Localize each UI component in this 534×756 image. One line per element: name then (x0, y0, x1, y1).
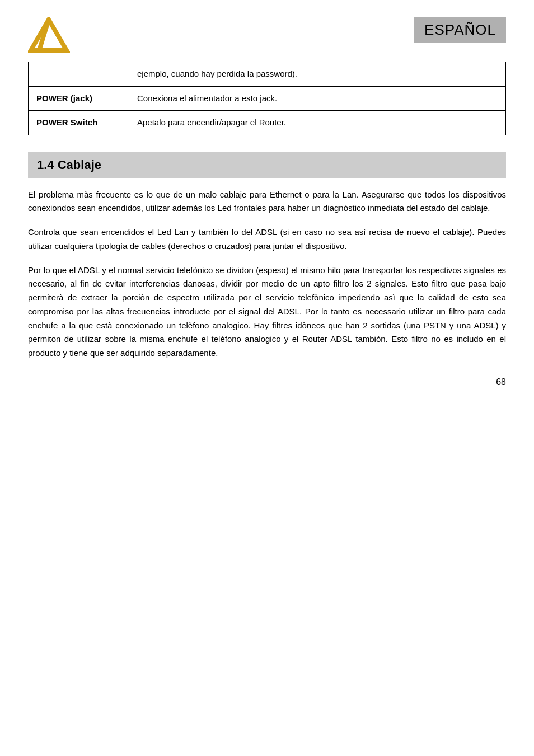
page-header: ESPAÑOL (28, 17, 506, 56)
row-description: Conexiona el alimentador a esto jack. (129, 86, 506, 111)
section-title-text: Cablaje (58, 158, 101, 172)
logo-icon (28, 17, 70, 53)
features-table: ejemplo, cuando hay perdida la password)… (28, 62, 506, 135)
paragraph-3: Por lo que el ADSL y el normal servicio … (28, 264, 506, 360)
row-description: Apetalo para encendir/apagar el Router. (129, 111, 506, 135)
table-row: POWER Switch Apetalo para encendir/apaga… (29, 111, 506, 135)
page-number: 68 (28, 377, 506, 387)
row-label: POWER Switch (29, 111, 129, 135)
table-row: POWER (jack) Conexiona el alimentador a … (29, 86, 506, 111)
table-row: ejemplo, cuando hay perdida la password)… (29, 62, 506, 87)
section-heading: 1.4 Cablaje (28, 152, 506, 178)
row-label: POWER (jack) (29, 86, 129, 111)
paragraph-1: El problema màs frecuente es lo que de u… (28, 188, 506, 216)
language-badge: ESPAÑOL (414, 17, 506, 43)
paragraph-2: Controla que sean encendidos el Led Lan … (28, 226, 506, 253)
section-number: 1.4 (37, 158, 54, 172)
logo (28, 17, 73, 56)
row-description: ejemplo, cuando hay perdida la password)… (129, 62, 506, 87)
row-label (29, 62, 129, 87)
